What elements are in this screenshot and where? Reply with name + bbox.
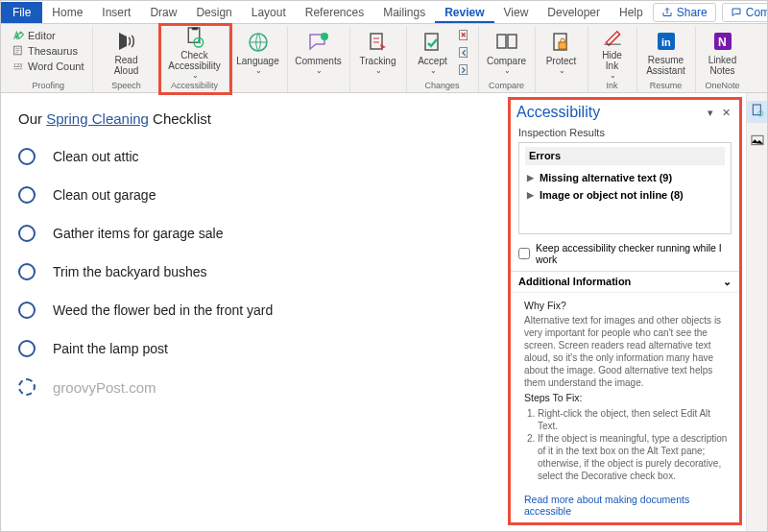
tab-help[interactable]: Help xyxy=(610,2,653,23)
group-ink: Hide Ink⌄ Ink xyxy=(588,26,637,92)
group-resume: in Resume Assistant Resume xyxy=(637,26,696,92)
panel-subtitle: Inspection Results xyxy=(511,125,739,140)
read-more-link[interactable]: Read more about making documents accessi… xyxy=(524,494,730,517)
list-item: Trim the backyard bushes xyxy=(18,263,485,280)
tab-insert[interactable]: Insert xyxy=(92,2,140,23)
checkbox-ring[interactable] xyxy=(18,263,36,280)
editor-button[interactable]: Editor xyxy=(11,28,86,42)
thesaurus-button[interactable]: Thesaurus xyxy=(11,43,86,58)
group-label-resume: Resume xyxy=(650,81,683,92)
group-protect: Protect⌄ Protect xyxy=(536,26,588,92)
error-item[interactable]: ▶Missing alternative text (9) xyxy=(525,169,725,186)
list-item: Gather items for garage sale xyxy=(18,225,485,242)
ribbon-comments-button[interactable]: Comments⌄ xyxy=(294,26,344,80)
group-label-proofing: Proofing xyxy=(32,81,64,92)
list-item: Clean out attic xyxy=(18,148,485,165)
group-label-onenote: OneNote xyxy=(705,81,739,92)
tab-file[interactable]: File xyxy=(1,2,42,23)
list-item: Weed the flower bed in the front yard xyxy=(18,302,485,319)
onenote-icon: N xyxy=(711,30,734,53)
group-changes: Accept⌄ Changes xyxy=(407,26,479,92)
group-language: Language⌄ Language xyxy=(229,26,288,92)
group-label-ink: Ink xyxy=(606,81,617,92)
menu-tabs: File Home Insert Draw Design Layout Refe… xyxy=(1,1,767,24)
right-rail xyxy=(746,93,767,531)
checkbox-ring[interactable] xyxy=(18,186,36,204)
tab-home[interactable]: Home xyxy=(42,2,92,23)
checkbox-ring[interactable] xyxy=(18,378,36,396)
panel-options-button[interactable]: ▾ xyxy=(703,107,718,119)
svg-rect-17 xyxy=(559,42,566,49)
checkbox-ring[interactable] xyxy=(18,148,36,165)
group-tracking: Tracking⌄ Tracking xyxy=(350,26,407,92)
tab-draw[interactable]: Draw xyxy=(140,2,186,23)
share-button[interactable]: Share xyxy=(653,3,716,22)
panel-title: Accessibility xyxy=(516,104,703,121)
document-body[interactable]: Our Spring Cleaning Checklist Clean out … xyxy=(1,93,508,531)
check-accessibility-button[interactable]: Check Accessibility⌄ xyxy=(167,26,223,80)
error-item[interactable]: ▶Image or object not inline (8) xyxy=(525,186,725,204)
accessibility-panel: Accessibility ▾ ✕ Inspection Results Err… xyxy=(508,97,742,525)
keep-running-input[interactable] xyxy=(518,248,530,259)
svg-rect-15 xyxy=(508,35,516,48)
main-area: Our Spring Cleaning Checklist Clean out … xyxy=(1,93,767,531)
read-aloud-button[interactable]: Read Aloud xyxy=(99,26,155,80)
svg-text:in: in xyxy=(661,36,671,48)
comments-button[interactable]: Comments xyxy=(722,3,768,22)
svg-rect-14 xyxy=(497,35,506,48)
tab-view[interactable]: View xyxy=(494,2,539,23)
group-speech: Read Aloud Speech xyxy=(93,26,161,92)
svg-rect-13 xyxy=(459,65,467,75)
list-item: Paint the lamp post xyxy=(18,340,485,357)
panel-close-button[interactable]: ✕ xyxy=(718,107,733,119)
checkbox-ring[interactable] xyxy=(18,225,36,242)
next-change-icon[interactable] xyxy=(457,62,472,78)
compare-icon xyxy=(495,31,518,54)
protect-button[interactable]: Protect⌄ xyxy=(541,26,582,80)
checkbox-ring[interactable] xyxy=(18,302,36,319)
group-proofing: Editor Thesaurus 123Word Count Proofing xyxy=(5,26,93,92)
wordcount-button[interactable]: 123Word Count xyxy=(11,59,86,73)
checkbox-ring[interactable] xyxy=(18,340,36,357)
protect-icon xyxy=(550,31,573,54)
additional-info-header[interactable]: Additional Information⌄ xyxy=(511,271,739,293)
svg-rect-22 xyxy=(753,105,760,115)
group-label-accessibility: Accessibility xyxy=(171,81,218,92)
tab-layout[interactable]: Layout xyxy=(242,2,296,23)
compare-button[interactable]: Compare⌄ xyxy=(485,26,529,80)
accessibility-icon xyxy=(183,26,206,48)
group-accessibility: Check Accessibility⌄ Accessibility xyxy=(161,26,229,92)
share-icon xyxy=(661,7,673,18)
accept-icon xyxy=(421,31,444,54)
language-icon xyxy=(247,31,270,54)
group-comments: Comments⌄ Comments xyxy=(288,26,350,92)
tab-developer[interactable]: Developer xyxy=(538,2,610,23)
linked-notes-button[interactable]: N Linked Notes xyxy=(702,26,744,80)
errors-list: Errors ▶Missing alternative text (9) ▶Im… xyxy=(518,142,732,234)
keep-running-checkbox[interactable]: Keep accessibility checker running while… xyxy=(511,240,739,271)
group-label-changes: Changes xyxy=(424,81,459,92)
list-item: Clean out garage xyxy=(18,186,485,204)
hide-ink-button[interactable]: Hide Ink⌄ xyxy=(594,26,631,80)
rail-alt-text-icon[interactable] xyxy=(750,133,765,151)
language-button[interactable]: Language⌄ xyxy=(235,26,281,80)
comments-icon xyxy=(307,31,330,54)
list-item: groovyPost.com xyxy=(18,378,485,396)
resume-assistant-button[interactable]: in Resume Assistant xyxy=(643,26,689,80)
rail-accessibility-icon[interactable] xyxy=(747,101,768,123)
ink-icon xyxy=(601,26,624,48)
tab-design[interactable]: Design xyxy=(186,2,241,23)
accept-button[interactable]: Accept⌄ xyxy=(413,26,453,80)
tracking-button[interactable]: Tracking⌄ xyxy=(356,26,400,80)
reject-icon[interactable] xyxy=(457,28,472,43)
tab-mailings[interactable]: Mailings xyxy=(373,2,435,23)
additional-info-body: Why Fix? Alternative text for images and… xyxy=(511,293,739,488)
svg-text:N: N xyxy=(718,36,727,49)
svg-point-8 xyxy=(321,33,328,40)
ribbon: Editor Thesaurus 123Word Count Proofing … xyxy=(1,24,767,93)
tab-references[interactable]: References xyxy=(296,2,373,23)
prev-change-icon[interactable] xyxy=(457,45,472,60)
tab-review[interactable]: Review xyxy=(435,2,493,23)
svg-text:123: 123 xyxy=(13,62,22,68)
tracking-icon xyxy=(367,31,390,54)
